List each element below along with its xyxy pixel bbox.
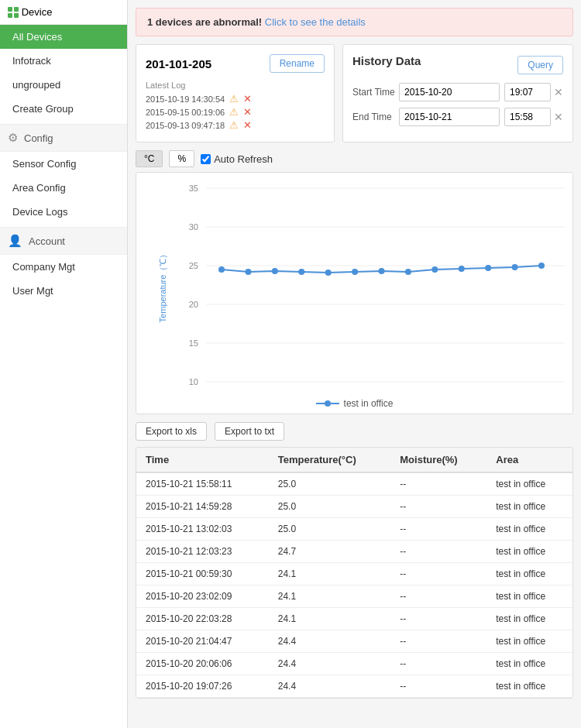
- col-area: Area: [486, 448, 572, 472]
- table-row: 2015-10-21 00:59:3024.1--test in office: [136, 563, 572, 585]
- auto-refresh-checkbox[interactable]: [201, 154, 211, 164]
- svg-point-13: [218, 266, 225, 273]
- celsius-button[interactable]: °C: [136, 150, 163, 167]
- sidebar-item-infotrack[interactable]: Infotrack: [0, 49, 127, 73]
- start-time-row: Start Time ✕: [352, 83, 563, 101]
- svg-point-17: [325, 270, 332, 276]
- device-panel: 201-101-205 Rename Latest Log 2015-10-19…: [136, 44, 335, 143]
- table-row: 2015-10-20 20:06:0624.4--test in office: [136, 653, 572, 675]
- log-time-2: 2015-09-13 09:47:18: [146, 121, 225, 130]
- sidebar-device-section: Device: [0, 0, 127, 25]
- legend-label: test in office: [344, 398, 394, 409]
- start-time-input[interactable]: [504, 83, 551, 101]
- history-title: History Data: [352, 54, 421, 67]
- export-buttons: Export to xls Export to txt: [136, 422, 573, 441]
- close-icon-1: ✕: [243, 106, 252, 118]
- svg-point-20: [405, 269, 411, 275]
- sidebar-item-create-group[interactable]: Create Group: [0, 97, 127, 121]
- svg-point-27: [325, 400, 331, 407]
- sidebar-device-label: Device: [22, 6, 53, 18]
- device-panel-header: 201-101-205 Rename: [146, 54, 325, 73]
- table-header: Time Temperature(°C) Moisture(%) Area: [136, 448, 572, 472]
- latest-log-label: Latest Log: [146, 81, 325, 90]
- sidebar-config-label: Config: [24, 132, 53, 144]
- log-row-0: 2015-10-19 14:30:54 ⚠ ✕: [146, 93, 325, 105]
- sidebar-account-section: 👤 Account: [0, 227, 127, 255]
- svg-point-22: [459, 266, 465, 272]
- log-row-2: 2015-09-13 09:47:18 ⚠ ✕: [146, 119, 325, 131]
- device-id: 201-101-205: [146, 57, 211, 70]
- history-panel-header: History Data Query: [352, 54, 563, 75]
- query-button[interactable]: Query: [517, 56, 563, 74]
- y-axis-label-wrap: Temperature（℃）: [144, 180, 183, 392]
- chart-svg-container: 35 30 25 20 15 10 Time: [183, 180, 565, 392]
- svg-text:20: 20: [189, 300, 198, 309]
- sidebar-item-device-logs[interactable]: Device Logs: [0, 200, 127, 224]
- export-xls-button[interactable]: Export to xls: [136, 422, 207, 441]
- warn-icon-2: ⚠: [229, 119, 239, 131]
- sidebar-item-area-config[interactable]: Area Config: [0, 176, 127, 200]
- sidebar-item-all-devices[interactable]: All Devices: [0, 25, 127, 49]
- y-axis-label: Temperature（℃）: [158, 250, 170, 323]
- log-time-1: 2015-09-15 00:19:06: [146, 108, 225, 117]
- table-row: 2015-10-20 19:07:2624.4--test in office: [136, 675, 572, 698]
- svg-point-24: [512, 264, 518, 270]
- svg-point-25: [538, 263, 545, 269]
- table-row: 2015-10-21 15:58:1125.0--test in office: [136, 472, 572, 496]
- svg-point-23: [485, 265, 491, 271]
- table-row: 2015-10-21 14:59:2825.0--test in office: [136, 496, 572, 518]
- col-temp: Temperature(°C): [269, 448, 391, 472]
- svg-text:35: 35: [189, 184, 198, 193]
- log-row-1: 2015-09-15 00:19:06 ⚠ ✕: [146, 106, 325, 118]
- auto-refresh-label: Auto Refresh: [201, 153, 273, 165]
- end-date-input[interactable]: [399, 108, 500, 126]
- start-time-clear-button[interactable]: ✕: [554, 86, 563, 98]
- svg-text:30: 30: [189, 222, 198, 232]
- sidebar-item-sensor-config[interactable]: Sensor Config: [0, 152, 127, 176]
- history-panel: History Data Query Start Time ✕ End Time…: [342, 44, 573, 143]
- svg-point-14: [245, 269, 251, 275]
- col-moisture: Moisture(%): [390, 448, 486, 472]
- end-time-input[interactable]: [504, 108, 551, 126]
- percent-button[interactable]: %: [169, 150, 194, 167]
- svg-text:15: 15: [189, 338, 198, 348]
- table-row: 2015-10-21 12:03:2324.7--test in office: [136, 541, 572, 563]
- table-row: 2015-10-20 21:04:4724.4--test in office: [136, 630, 572, 653]
- svg-point-15: [272, 268, 278, 274]
- rename-button[interactable]: Rename: [270, 54, 325, 73]
- sidebar: Device All Devices Infotrack ungrouped C…: [0, 0, 128, 728]
- chart-legend: test in office: [144, 398, 565, 409]
- table-row: 2015-10-21 13:02:0325.0--test in office: [136, 518, 572, 541]
- table-body: 2015-10-21 15:58:1125.0--test in office2…: [136, 472, 572, 698]
- sidebar-item-user-mgt[interactable]: User Mgt: [0, 279, 127, 303]
- legend-icon: [316, 400, 339, 407]
- sidebar-config-section: ⚙ Config: [0, 124, 127, 152]
- chart-wrapper: Temperature（℃） 35 30 25 20 15: [144, 180, 565, 392]
- sidebar-item-company-mgt[interactable]: Company Mgt: [0, 255, 127, 279]
- log-time-0: 2015-10-19 14:30:54: [146, 94, 225, 104]
- svg-point-18: [352, 269, 358, 275]
- chart-area: Temperature（℃） 35 30 25 20 15: [136, 172, 573, 414]
- alert-text: 1 devices are abnormal!: [147, 16, 262, 28]
- table-row: 2015-10-20 22:03:2824.1--test in office: [136, 608, 572, 630]
- warn-icon-1: ⚠: [229, 106, 239, 118]
- top-panels: 201-101-205 Rename Latest Log 2015-10-19…: [136, 44, 573, 143]
- data-table: Time Temperature(°C) Moisture(%) Area 20…: [136, 447, 573, 699]
- config-icon: ⚙: [8, 131, 18, 145]
- sidebar-item-ungrouped[interactable]: ungrouped: [0, 73, 127, 97]
- col-time: Time: [136, 448, 269, 472]
- start-date-input[interactable]: [399, 83, 500, 101]
- svg-point-21: [431, 266, 438, 273]
- table-row: 2015-10-20 23:02:0924.1--test in office: [136, 585, 572, 608]
- end-time-clear-button[interactable]: ✕: [554, 111, 563, 123]
- grid-icon: [8, 7, 19, 18]
- export-txt-button[interactable]: Export to txt: [215, 422, 284, 441]
- svg-point-16: [298, 269, 304, 275]
- alert-link[interactable]: Click to see the details: [265, 16, 366, 28]
- svg-point-19: [379, 268, 385, 274]
- latest-log-section: Latest Log 2015-10-19 14:30:54 ⚠ ✕ 2015-…: [146, 81, 325, 131]
- main-content: 1 devices are abnormal! Click to see the…: [128, 0, 581, 728]
- warn-icon-0: ⚠: [229, 93, 239, 105]
- close-icon-0: ✕: [243, 93, 252, 105]
- svg-text:25: 25: [189, 261, 198, 270]
